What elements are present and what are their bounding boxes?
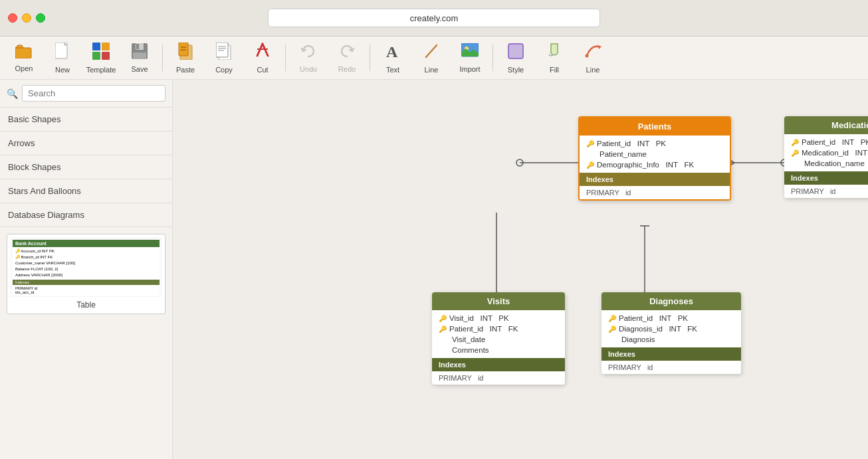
titlebar: creately.com [0, 0, 868, 37]
fill-button[interactable]: Fill [536, 39, 573, 76]
sidebar: 🔍 Basic Shapes Arrows Block Shapes Stars… [0, 80, 173, 459]
sidebar-item-stars-balloons[interactable]: Stars And Balloons [0, 179, 172, 203]
diagnoses-indexes-body: PRIMARY id [601, 361, 741, 374]
search-box: 🔍 [0, 80, 172, 108]
template-label: Template [86, 66, 116, 74]
style-button[interactable]: Style [497, 39, 534, 76]
line-button[interactable]: Line [413, 39, 450, 76]
drawline-button[interactable]: Line [574, 39, 611, 76]
line-label: Line [425, 66, 439, 74]
svg-rect-7 [102, 52, 110, 60]
sidebar-item-block-shapes[interactable]: Block Shapes [0, 155, 172, 179]
style-label: Style [508, 66, 524, 74]
sidebar-item-arrows[interactable]: Arrows [0, 132, 172, 155]
thumb-preview: Bank Account 🔑 Account_id INT PK 🔑 Branc… [10, 237, 162, 297]
cut-button[interactable]: Cut [244, 39, 281, 76]
redo-label: Redo [338, 65, 356, 73]
copy-label: Copy [215, 66, 233, 74]
svg-rect-11 [133, 52, 146, 59]
undo-button[interactable]: Undo [290, 39, 327, 76]
copy-icon [216, 43, 232, 64]
basic-shapes-label: Basic Shapes [8, 114, 61, 124]
save-icon [132, 43, 148, 63]
cut-label: Cut [257, 66, 268, 74]
svg-line-25 [426, 45, 437, 57]
import-button[interactable]: Import [451, 39, 488, 76]
table-patients[interactable]: Patients 🔑 Patient_id INT PK Patient_nam… [578, 116, 731, 201]
save-button[interactable]: Save [121, 39, 158, 76]
medication-indexes-body: PRIMARY id [784, 185, 868, 198]
open-icon [15, 44, 33, 62]
main-area: 🔍 Basic Shapes Arrows Block Shapes Stars… [0, 80, 868, 459]
text-button[interactable]: A Text [374, 39, 411, 76]
copy-button[interactable]: Copy [205, 39, 243, 76]
template-thumbnail[interactable]: Bank Account 🔑 Account_id INT PK 🔑 Branc… [7, 234, 165, 314]
fill-label: Fill [550, 66, 559, 74]
import-icon [461, 43, 479, 63]
search-input[interactable] [22, 85, 165, 102]
text-label: Text [386, 66, 399, 74]
close-button[interactable] [8, 13, 17, 23]
svg-rect-17 [216, 43, 228, 57]
table-row: 🔑 Medication_id INT FK [784, 147, 868, 158]
new-icon [55, 43, 70, 64]
medication-header: Medication [784, 116, 868, 134]
redo-icon [339, 43, 355, 63]
arrows-label: Arrows [8, 138, 35, 148]
sidebar-item-basic-shapes[interactable]: Basic Shapes [0, 108, 172, 132]
window-controls [8, 13, 45, 23]
paste-button[interactable]: Paste [167, 39, 204, 76]
visits-body: 🔑 Visit_id INT PK 🔑 Patient_id INT FK Vi… [432, 310, 565, 358]
patients-header: Patients [580, 118, 730, 136]
table-visits[interactable]: Visits 🔑 Visit_id INT PK 🔑 Patient_id IN… [432, 292, 565, 385]
line-icon [423, 43, 439, 64]
patients-indexes-header: Indexes [580, 173, 730, 186]
separator-3 [370, 45, 370, 71]
table-row: 🔑 Patient_id INT PK [601, 313, 741, 323]
drawline-label: Line [586, 66, 600, 74]
table-row: 🔑 Patient_id INT PK [580, 138, 730, 149]
template-thumb-label: Table [10, 297, 162, 311]
fill-icon [546, 43, 563, 64]
canvas[interactable]: Patients 🔑 Patient_id INT PK Patient_nam… [173, 80, 868, 459]
visits-indexes-body: PRIMARY id [432, 371, 565, 385]
new-button[interactable]: New [44, 39, 81, 76]
connectors-svg [173, 80, 868, 459]
cut-icon [255, 43, 271, 64]
key-icon: 🔑 [791, 149, 799, 157]
text-icon: A [385, 43, 401, 64]
diagnoses-indexes-header: Indexes [601, 347, 741, 361]
paste-label: Paste [176, 66, 195, 74]
patients-body: 🔑 Patient_id INT PK Patient_name 🔑 Demog… [580, 136, 730, 173]
svg-rect-14 [181, 46, 186, 48]
paste-icon [177, 43, 193, 64]
table-row: 🔑 Diagnosis_id INT FK [601, 323, 741, 334]
key-icon: 🔑 [586, 140, 594, 147]
template-button[interactable]: Template [82, 39, 120, 76]
style-icon [507, 43, 524, 64]
table-medication[interactable]: Medication 🔑 Patient_id INT PK 🔑 Medicat… [784, 116, 868, 198]
table-row: Diagnosis [601, 334, 741, 345]
svg-rect-6 [92, 52, 100, 60]
svg-rect-5 [102, 43, 110, 50]
template-icon [92, 43, 110, 64]
redo-button[interactable]: Redo [328, 39, 366, 76]
svg-rect-28 [508, 44, 523, 58]
sidebar-item-database-diagrams[interactable]: Database Diagrams [0, 203, 172, 227]
address-bar[interactable]: creately.com [268, 9, 600, 27]
table-row: 🔑 Demographic_Info INT FK [580, 159, 730, 170]
key-icon: 🔑 [791, 139, 799, 146]
key-icon: 🔑 [439, 315, 447, 322]
table-diagnoses[interactable]: Diagnoses 🔑 Patient_id INT PK 🔑 Diagnosi… [601, 292, 741, 374]
open-button[interactable]: Open [5, 39, 43, 76]
minimize-button[interactable] [22, 13, 31, 23]
separator-2 [285, 45, 286, 71]
medication-body: 🔑 Patient_id INT PK 🔑 Medication_id INT … [784, 134, 868, 171]
new-label: New [55, 66, 70, 74]
table-row: Comments [432, 345, 565, 355]
save-label: Save [131, 65, 148, 73]
open-label: Open [15, 64, 33, 72]
block-shapes-label: Block Shapes [8, 162, 61, 172]
maximize-button[interactable] [36, 13, 45, 23]
table-row: 🔑 Patient_id INT FK [432, 323, 565, 334]
